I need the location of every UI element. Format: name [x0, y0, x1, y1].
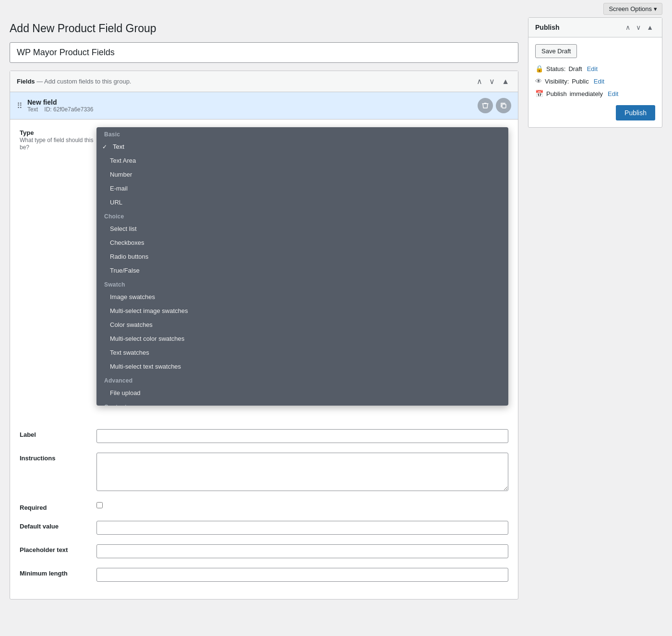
publish-date-row: 📅 Publish immediately Edit	[535, 90, 655, 97]
screen-options-button[interactable]: Screen Options ▾	[603, 3, 662, 15]
dropdown-item-label: Multi-select text swatches	[110, 363, 181, 370]
type-dropdown[interactable]: Basic✓TextText AreaNumberE-mailURLChoice…	[96, 127, 508, 406]
placeholder-input[interactable]	[96, 544, 508, 558]
type-label-area: Type What type of field should this be?	[20, 127, 96, 151]
dropdown-item[interactable]: Checkboxes	[96, 236, 508, 250]
field-type-label: Text	[27, 106, 38, 113]
label-input[interactable]	[96, 429, 508, 443]
placeholder-label-area: Placeholder text	[20, 544, 96, 553]
dropdown-group-label: Swatch	[96, 277, 508, 290]
instructions-control	[96, 453, 508, 492]
placeholder-label: Placeholder text	[20, 546, 96, 553]
dropdown-group-label: Choice	[96, 209, 508, 222]
field-name: New field	[27, 98, 478, 106]
panel-collapse-down-button[interactable]: ∨	[487, 76, 497, 87]
default-value-label: Default value	[20, 523, 96, 530]
dropdown-item[interactable]: E-mail	[96, 181, 508, 195]
save-draft-button[interactable]: Save Draft	[535, 44, 577, 58]
screen-options-label: Screen Options	[609, 5, 652, 12]
instructions-label-area: Instructions	[20, 453, 96, 462]
drag-handle-icon[interactable]: ⠿	[17, 101, 23, 110]
label-control	[96, 429, 508, 443]
visibility-value: Public	[572, 78, 588, 85]
status-icon: 🔒	[535, 65, 543, 72]
dropdown-item[interactable]: ✓Text	[96, 140, 508, 154]
field-actions	[478, 98, 511, 113]
dropdown-item-label: True/False	[110, 267, 140, 274]
field-info: New field Text ID: 62f0e7a6e7336	[27, 98, 478, 113]
label-label-area: Label	[20, 429, 96, 438]
publish-panel: Publish ∧ ∨ ▲ Save Draft 🔒 Status: Draft…	[528, 17, 662, 128]
publish-actions: Publish	[535, 102, 655, 120]
screen-options-arrow: ▾	[654, 5, 657, 12]
dropdown-item[interactable]: Text Area	[96, 154, 508, 168]
fields-panel-subtitle: — Add custom fields to this group.	[36, 78, 131, 85]
dropdown-item[interactable]: URL	[96, 195, 508, 209]
publish-panel-title: Publish	[535, 24, 560, 31]
delete-field-button[interactable]	[478, 98, 493, 113]
group-title-input[interactable]	[10, 42, 518, 63]
publish-panel-header: Publish ∧ ∨ ▲	[528, 18, 662, 37]
status-row: 🔒 Status: Draft Edit	[535, 65, 655, 72]
min-length-input[interactable]	[96, 568, 508, 582]
field-id-label: ID: 62f0e7a6e7336	[44, 106, 93, 113]
default-value-control	[96, 521, 508, 535]
dropdown-item[interactable]: True/False	[96, 264, 508, 277]
publish-panel-body: Save Draft 🔒 Status: Draft Edit 👁 Visibi…	[528, 37, 662, 127]
fields-panel-header: Fields — Add custom fields to this group…	[10, 71, 518, 92]
fields-panel-title: Fields	[17, 78, 35, 85]
instructions-label: Instructions	[20, 455, 96, 462]
dropdown-item[interactable]: File upload	[96, 386, 508, 400]
dropdown-item-label: E-mail	[110, 185, 128, 192]
dropdown-item[interactable]: Text swatches	[96, 346, 508, 360]
dropdown-item[interactable]: Number	[96, 168, 508, 181]
dropdown-item-label: Text	[113, 143, 124, 150]
sidebar: Publish ∧ ∨ ▲ Save Draft 🔒 Status: Draft…	[528, 17, 662, 128]
instructions-textarea[interactable]	[96, 453, 508, 491]
field-detail: Type What type of field should this be? …	[10, 120, 518, 599]
page-title: Add New Product Field Group	[10, 22, 518, 35]
min-length-label: Minimum length	[20, 570, 96, 577]
dropdown-item-label: File upload	[110, 389, 141, 396]
dropdown-item[interactable]: Multi-select color swatches	[96, 332, 508, 346]
checkmark-icon: ✓	[102, 144, 107, 150]
dropdown-item-label: Multi-select image swatches	[110, 307, 188, 314]
visibility-icon: 👁	[535, 77, 542, 85]
dropdown-item[interactable]: Select list	[96, 222, 508, 236]
dropdown-item[interactable]: Color swatches	[96, 318, 508, 332]
dropdown-item-label: Number	[110, 171, 132, 178]
min-length-control	[96, 568, 508, 582]
instructions-row: Instructions	[20, 453, 508, 492]
status-value: Draft	[568, 65, 582, 72]
status-edit-link[interactable]: Edit	[587, 65, 598, 72]
dropdown-item-label: Color swatches	[110, 321, 153, 328]
min-length-label-area: Minimum length	[20, 568, 96, 577]
duplicate-field-button[interactable]	[496, 98, 511, 113]
dropdown-item[interactable]: Image swatches	[96, 290, 508, 304]
svg-rect-0	[502, 104, 506, 108]
dropdown-group-label: Basic	[96, 127, 508, 140]
default-value-input[interactable]	[96, 521, 508, 535]
dropdown-item-label: Checkboxes	[110, 239, 144, 246]
panel-collapse-up-button[interactable]: ∧	[475, 76, 484, 87]
publish-button[interactable]: Publish	[616, 105, 655, 120]
status-label: Status:	[546, 65, 565, 72]
placeholder-row: Placeholder text	[20, 544, 508, 558]
dropdown-item[interactable]: Multi-select text swatches	[96, 360, 508, 373]
publish-panel-toggle-button[interactable]: ▲	[645, 23, 655, 32]
panel-toggle-button[interactable]: ▲	[500, 76, 511, 87]
required-checkbox[interactable]	[96, 502, 103, 508]
page-wrapper: Add New Product Field Group Fields — Add…	[0, 17, 672, 609]
required-label-area: Required	[20, 502, 96, 511]
dropdown-item[interactable]: Radio buttons	[96, 250, 508, 264]
panel-controls: ∧ ∨ ▲	[475, 76, 511, 87]
type-label: Type	[20, 129, 96, 136]
publish-date-edit-link[interactable]: Edit	[608, 90, 618, 97]
dropdown-item[interactable]: Multi-select image swatches	[96, 304, 508, 318]
field-row: ⠿ New field Text ID: 62f0e7a6e7336	[10, 92, 518, 120]
type-row: Type What type of field should this be? …	[20, 127, 508, 151]
dropdown-item-label: Radio buttons	[110, 253, 148, 260]
publish-panel-up-button[interactable]: ∧	[624, 23, 632, 32]
publish-panel-down-button[interactable]: ∨	[634, 23, 643, 32]
visibility-edit-link[interactable]: Edit	[594, 78, 604, 85]
